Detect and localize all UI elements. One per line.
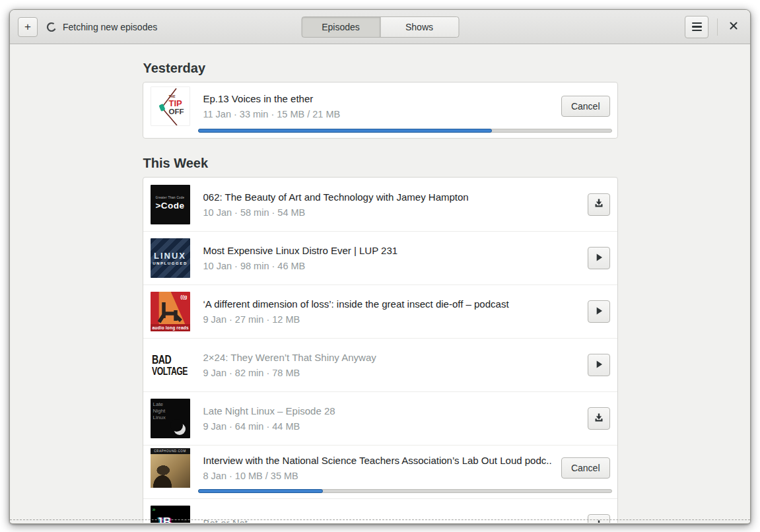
- play-button[interactable]: [588, 300, 610, 323]
- download-progress: [198, 129, 612, 133]
- episode-meta: 10 Jan · 58 min · 54 MB: [203, 207, 578, 218]
- add-podcast-button[interactable]: +: [18, 17, 38, 37]
- close-icon: [729, 21, 738, 32]
- moon-icon: [174, 423, 186, 435]
- episode-artwork: CRAPHOUND.COM: [151, 448, 190, 488]
- download-icon: [594, 413, 604, 425]
- hamburger-icon: [692, 22, 702, 31]
- episodes-view[interactable]: YesterdayTHETIPOFFEp.13 Voices in the et…: [10, 44, 750, 523]
- play-button[interactable]: [588, 247, 610, 269]
- play-icon: [594, 359, 604, 372]
- menu-button[interactable]: [685, 16, 708, 38]
- cancel-button[interactable]: Cancel: [561, 457, 610, 479]
- episode-title: Late Night Linux – Episode 28: [203, 405, 578, 416]
- episode-artwork: Greater Than Code>Code: [151, 185, 190, 224]
- episode-title: Bot or Not: [203, 517, 578, 523]
- loading-spinner-icon: [46, 22, 57, 32]
- download-button[interactable]: [588, 514, 610, 523]
- episode-title: 062: The Beauty of Art and Technology wi…: [203, 191, 578, 203]
- download-icon: [594, 198, 604, 211]
- episode-row[interactable]: ((gaudio long reads‘A different dimensio…: [143, 284, 617, 338]
- episode-title: ‘A different dimension of loss’: inside …: [203, 298, 578, 310]
- section-title: Yesterday: [143, 61, 618, 76]
- header-bar: + Fetching new episodes Episodes Shows: [10, 10, 750, 44]
- play-icon: [594, 252, 604, 265]
- episode-row[interactable]: LINUXUNPLUGGEDMost Expensive Linux Distr…: [143, 231, 617, 284]
- download-button[interactable]: [588, 193, 610, 216]
- episode-row[interactable]: CRAPHOUND.COMInterview with the National…: [143, 445, 617, 498]
- section-title: This Week: [143, 156, 618, 171]
- episode-title: 2×24: They Weren’t That Shiny Anyway: [203, 352, 578, 363]
- episode-meta: 9 Jan · 64 min · 44 MB: [203, 421, 578, 432]
- episode-title: Ep.13 Voices in the ether: [203, 93, 552, 104]
- episode-artwork: LateNightLinux: [151, 399, 190, 438]
- episode-row[interactable]: THETIPOFFEp.13 Voices in the ether11 Jan…: [143, 83, 617, 138]
- download-progress: [198, 489, 612, 493]
- play-button[interactable]: [588, 354, 610, 376]
- episode-artwork: BADVOLTAGE: [151, 345, 190, 385]
- episode-meta: 11 Jan · 33 min · 15 MB / 21 MB: [203, 109, 552, 119]
- episode-title: Interview with the National Science Teac…: [203, 455, 552, 466]
- tab-shows[interactable]: Shows: [380, 17, 459, 38]
- episode-card: Greater Than Code>Code062: The Beauty of…: [143, 177, 618, 523]
- view-switcher: Episodes Shows: [301, 17, 459, 38]
- cancel-button[interactable]: Cancel: [561, 96, 610, 117]
- episode-meta: 10 Jan · 98 min · 46 MB: [203, 261, 578, 271]
- episode-row[interactable]: Greater Than Code>Code062: The Beauty of…: [143, 178, 617, 231]
- episode-row[interactable]: LateNightLinuxLate Night Linux – Episode…: [143, 391, 617, 445]
- tab-episodes[interactable]: Episodes: [301, 17, 380, 38]
- episode-meta: 8 Jan · 10 MB / 35 MB: [203, 471, 552, 481]
- download-button[interactable]: [588, 407, 610, 430]
- episode-row[interactable]: BADVOLTAGE2×24: They Weren’t That Shiny …: [143, 338, 617, 391]
- episodes-column: YesterdayTHETIPOFFEp.13 Voices in the et…: [143, 44, 618, 523]
- episode-artwork: LINUXUNPLUGGED: [151, 238, 190, 278]
- episode-artwork: »JB░: [151, 506, 190, 523]
- status-text: Fetching new episodes: [63, 22, 157, 32]
- play-icon: [594, 306, 604, 318]
- episode-meta: 9 Jan · 82 min · 78 MB: [203, 368, 578, 378]
- episode-artwork: ((gaudio long reads: [151, 292, 190, 331]
- app-window: + Fetching new episodes Episodes Shows: [9, 9, 751, 524]
- episode-meta: 9 Jan · 27 min · 12 MB: [203, 314, 578, 325]
- close-window-button[interactable]: [726, 20, 741, 34]
- scroll-undershoot-indicator: [10, 519, 750, 520]
- header-separator: [717, 18, 718, 36]
- episode-artwork: THETIPOFF: [151, 86, 190, 126]
- episode-title: Most Expensive Linux Distro Ever | LUP 2…: [203, 245, 578, 256]
- host-photo: [151, 454, 190, 488]
- episode-card: THETIPOFFEp.13 Voices in the ether11 Jan…: [143, 82, 618, 139]
